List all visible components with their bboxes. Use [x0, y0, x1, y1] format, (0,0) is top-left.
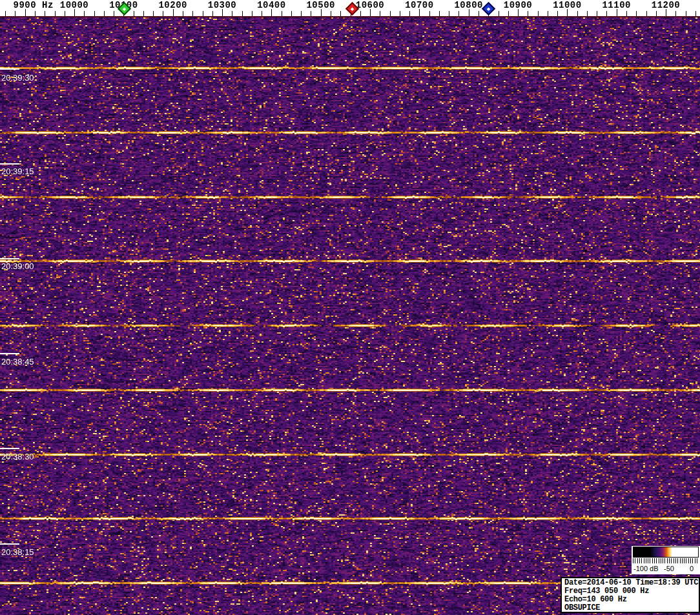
freq-tick [449, 11, 449, 16]
freq-tick [675, 11, 676, 16]
freq-tick [232, 11, 232, 16]
freq-tick [429, 11, 430, 16]
marker-center-dot [351, 7, 355, 11]
marker-blue[interactable] [482, 2, 495, 15]
freq-tick [203, 11, 203, 16]
freq-tick [340, 11, 341, 16]
freq-tick [695, 11, 696, 16]
freq-tick [400, 11, 400, 16]
freq-tick [94, 11, 95, 16]
freq-tick [656, 11, 657, 16]
scale-separator [0, 16, 700, 17]
freq-tick [409, 11, 410, 16]
freq-tick [104, 11, 105, 16]
freq-tick [291, 11, 292, 16]
freq-tick [331, 11, 331, 16]
freq-tick [311, 11, 311, 16]
marker-center-dot [123, 7, 127, 11]
freq-label: 10000 [60, 0, 89, 10]
freq-tick [458, 11, 459, 16]
freq-label: 10900 [504, 0, 533, 10]
freq-tick [252, 11, 252, 16]
info-station: OBSUPICE [564, 604, 699, 612]
freq-tick [192, 11, 193, 16]
freq-tick [557, 11, 558, 16]
freq-label: 10600 [356, 0, 385, 10]
freq-tick [114, 11, 114, 16]
freq-tick [499, 11, 499, 16]
color-scale-ticks [633, 558, 699, 563]
legend-label-mid: -50 [664, 565, 674, 572]
freq-tick [626, 11, 627, 16]
spectrogram-window: 9900 Hz100001010010200103001040010500106… [0, 0, 700, 615]
time-label: 20:39:30 [1, 73, 34, 83]
freq-tick [183, 11, 183, 16]
freq-tick [212, 11, 213, 16]
freq-tick [548, 11, 548, 16]
freq-tick [587, 11, 588, 16]
freq-tick [636, 11, 637, 16]
freq-tick [646, 11, 647, 16]
freq-label: 11100 [602, 0, 631, 10]
freq-tick [380, 11, 380, 16]
freq-tick [360, 11, 361, 16]
freq-tick [577, 11, 578, 16]
freq-tick [262, 11, 262, 16]
legend-label-min: -100 dB [633, 565, 659, 572]
time-label: 20:39:15 [1, 166, 34, 176]
freq-tick [163, 11, 163, 16]
freq-label: 10300 [208, 0, 237, 10]
freq-label: 10800 [454, 0, 483, 10]
freq-tick [242, 11, 243, 16]
freq-label: 10700 [405, 0, 434, 10]
time-label: 20:38:30 [1, 452, 34, 461]
freq-tick [153, 11, 154, 16]
time-label: 20:38:45 [1, 357, 34, 367]
freq-tick [5, 11, 6, 16]
color-gradient-bar [633, 547, 699, 558]
freq-tick [134, 11, 134, 16]
marker-center-dot [487, 7, 491, 11]
freq-tick [479, 11, 479, 16]
freq-label: 11000 [553, 0, 582, 10]
legend-label-max: 0 [690, 565, 694, 572]
freq-tick [508, 11, 509, 16]
waterfall-display[interactable] [0, 17, 700, 615]
freq-tick [686, 11, 686, 16]
freq-tick [282, 11, 282, 16]
freq-tick [65, 11, 65, 16]
freq-tick [538, 11, 539, 16]
freq-label: 10200 [158, 0, 187, 10]
freq-tick [143, 11, 144, 16]
freq-label: 11200 [652, 0, 681, 10]
freq-label: 9900 Hz [14, 0, 54, 10]
freq-tick [390, 11, 391, 16]
freq-tick [301, 11, 302, 16]
observation-info-box: Date=2014-06-10 Time=18:39 UTC Freq=143 … [561, 577, 700, 613]
freq-tick [606, 11, 607, 16]
freq-tick [55, 11, 56, 16]
time-label: 20:38:15 [1, 547, 34, 557]
freq-label: 10400 [257, 0, 286, 10]
color-scale-legend: -100 dB -50 0 [632, 546, 700, 574]
freq-tick [84, 11, 85, 16]
freq-tick [45, 11, 45, 16]
freq-label: 10500 [306, 0, 335, 10]
freq-tick [439, 11, 440, 16]
freq-tick [597, 11, 597, 16]
freq-tick [15, 11, 15, 16]
freq-tick [35, 11, 36, 16]
freq-tick [528, 11, 528, 16]
time-label: 20:39:00 [1, 261, 34, 271]
frequency-scale[interactable]: 9900 Hz100001010010200103001040010500106… [0, 0, 700, 17]
